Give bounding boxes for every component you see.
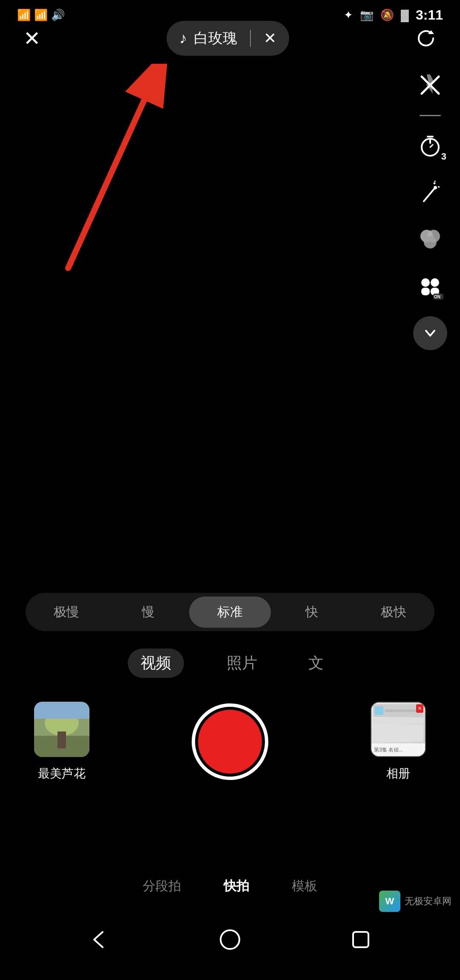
- face-detect-icon: ON: [415, 271, 445, 301]
- album-thumb-content: × 第3集 名侦...: [371, 703, 425, 756]
- flash-icon: [417, 72, 443, 98]
- capture-button-wrapper: [192, 703, 268, 780]
- gallery-label: 最美芦花: [38, 766, 86, 782]
- tab-text[interactable]: 文: [300, 649, 332, 678]
- nav-home-icon: [217, 927, 243, 952]
- status-right: ✦ 📷 🔕 ▓ 3:11: [344, 7, 443, 23]
- svg-rect-28: [34, 702, 89, 719]
- album-section: × 第3集 名侦... 相册: [371, 702, 426, 782]
- sidebar-divider: [420, 115, 441, 116]
- gallery-thumb-image: [34, 702, 89, 757]
- svg-text:ON: ON: [434, 294, 440, 299]
- svg-point-15: [424, 236, 437, 249]
- color-circles-icon: [417, 227, 443, 252]
- svg-point-18: [431, 278, 439, 287]
- annotation-arrow: [34, 64, 170, 285]
- nav-back-button[interactable]: [80, 920, 118, 959]
- flash-button[interactable]: [413, 68, 447, 102]
- nav-back-icon: [86, 927, 112, 952]
- magic-wand-button[interactable]: ✦ ✦ ✦: [413, 176, 447, 210]
- speed-standard[interactable]: 标准: [189, 597, 271, 628]
- svg-line-6: [430, 145, 433, 147]
- svg-point-29: [221, 930, 239, 949]
- tab-video[interactable]: 视频: [128, 649, 184, 678]
- svg-text:✦: ✦: [434, 180, 437, 183]
- expand-button[interactable]: [413, 316, 447, 350]
- album-thumbnail[interactable]: × 第3集 名侦...: [371, 702, 426, 757]
- nav-recent-icon: [348, 927, 374, 952]
- status-time: 3:11: [416, 7, 443, 23]
- bluetooth-icon: ✦: [344, 9, 353, 22]
- capture-button-inner: [198, 710, 262, 774]
- gallery-thumbnail[interactable]: [34, 702, 89, 757]
- music-title: 白玫瑰: [194, 29, 237, 48]
- svg-rect-30: [353, 932, 368, 947]
- svg-marker-3: [426, 74, 434, 94]
- watermark: W 无极安卓网: [379, 891, 451, 912]
- refresh-icon: [415, 28, 437, 49]
- arrow-svg: [34, 64, 170, 285]
- svg-point-16: [421, 278, 430, 287]
- status-signals: 📶 📶 🔊: [17, 9, 65, 22]
- battery-icon: ▓: [401, 9, 409, 22]
- nav-bar: [0, 912, 460, 967]
- svg-text:✦: ✦: [437, 185, 440, 189]
- speed-ultra-fast[interactable]: 极快: [353, 597, 434, 628]
- camera-status-icon: 📷: [360, 9, 374, 22]
- status-bar: 📶 📶 🔊 ✦ 📷 🔕 ▓ 3:11: [0, 0, 460, 30]
- magic-wand-icon: ✦ ✦ ✦: [417, 180, 443, 206]
- music-divider: [250, 30, 251, 47]
- right-sidebar: 3 ✦ ✦ ✦ ON: [413, 68, 447, 350]
- wifi-icon: 🔊: [51, 9, 65, 22]
- music-note-icon: ♪: [179, 29, 187, 47]
- svg-line-8: [424, 189, 434, 201]
- speed-fast[interactable]: 快: [271, 597, 353, 628]
- speed-ultra-slow[interactable]: 极慢: [26, 597, 107, 628]
- speed-selector: 极慢 慢 标准 快 极快: [26, 593, 434, 631]
- mode-tabs: 视频 照片 文: [0, 649, 460, 678]
- nav-home-button[interactable]: [211, 920, 249, 959]
- signal-icon-1: 📶: [17, 9, 31, 22]
- album-label: 相册: [386, 766, 410, 782]
- nav-recent-button[interactable]: [342, 920, 380, 959]
- svg-line-23: [68, 89, 149, 268]
- music-close-button[interactable]: ✕: [264, 29, 276, 47]
- speed-slow[interactable]: 慢: [107, 597, 189, 628]
- music-info: ♪ 白玫瑰: [179, 29, 237, 48]
- color-button[interactable]: [413, 223, 447, 257]
- signal-icon-2: 📶: [34, 9, 48, 22]
- face-detect-button[interactable]: ON: [413, 269, 447, 303]
- capture-area: 最美芦花 × 第3集 名侦...: [0, 686, 460, 797]
- capture-button[interactable]: [192, 703, 268, 780]
- timer-icon: [417, 133, 443, 159]
- mode-template[interactable]: 模板: [292, 877, 317, 895]
- gallery-section: 最美芦花: [34, 702, 89, 782]
- mode-segmented[interactable]: 分段拍: [143, 877, 181, 895]
- timer-badge: 3: [441, 151, 446, 162]
- chevron-down-icon: [422, 325, 439, 342]
- svg-rect-27: [58, 731, 66, 749]
- svg-point-9: [434, 186, 437, 189]
- timer-button[interactable]: 3: [413, 129, 447, 163]
- watermark-text: 无极安卓网: [405, 895, 451, 908]
- watermark-logo: W: [379, 891, 400, 912]
- mute-icon: 🔕: [380, 9, 394, 22]
- svg-rect-17: [421, 288, 430, 295]
- tab-photo[interactable]: 照片: [218, 649, 266, 678]
- mode-quick[interactable]: 快拍: [224, 877, 249, 895]
